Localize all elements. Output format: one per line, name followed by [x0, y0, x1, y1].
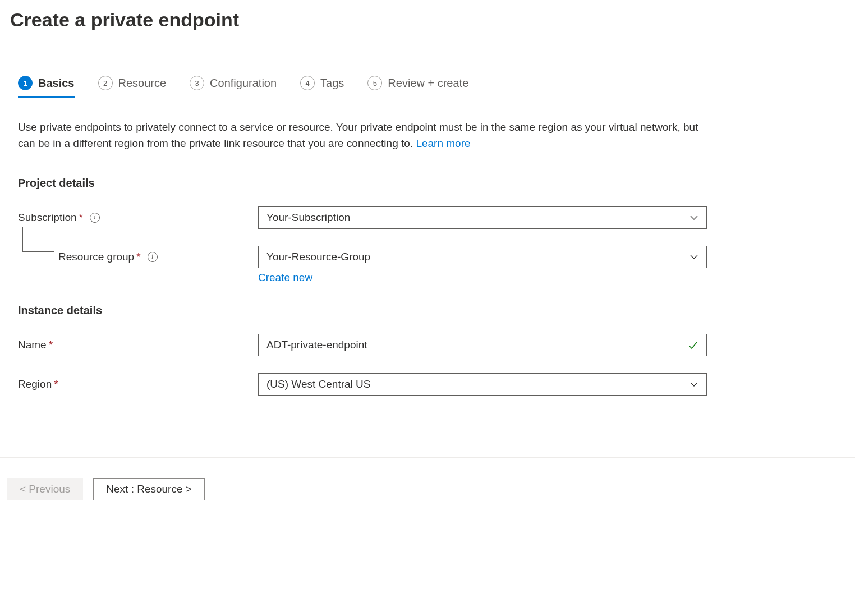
tab-step-number: 1 — [18, 76, 33, 90]
create-new-link[interactable]: Create new — [258, 272, 312, 284]
resource-group-select[interactable]: Your-Resource-Group — [258, 246, 707, 268]
tab-label: Tags — [320, 77, 344, 90]
tab-label: Review + create — [388, 77, 468, 90]
name-control — [258, 334, 707, 356]
tab-label: Basics — [38, 77, 75, 90]
region-label: Region * — [18, 378, 258, 390]
chevron-down-icon — [689, 252, 698, 261]
tab-content: Use private endpoints to privately conne… — [0, 98, 718, 396]
resource-group-control: Your-Resource-Group — [258, 246, 707, 268]
create-new-control: Create new — [258, 272, 700, 284]
checkmark-icon — [687, 339, 698, 351]
resource-group-row: Resource group * i Your-Resource-Group — [18, 246, 700, 268]
name-row: Name * — [18, 334, 700, 356]
region-row: Region * (US) West Central US — [18, 373, 700, 396]
region-value: (US) West Central US — [266, 378, 689, 390]
tab-label: Resource — [118, 77, 167, 90]
region-select[interactable]: (US) West Central US — [258, 373, 707, 396]
label-text: Resource group — [58, 251, 134, 263]
region-control: (US) West Central US — [258, 373, 707, 396]
instance-details-heading: Instance details — [18, 304, 700, 317]
subscription-select[interactable]: Your-Subscription — [258, 206, 707, 229]
page-title: Create a private endpoint — [0, 0, 855, 31]
label-text: Subscription — [18, 212, 77, 224]
required-asterisk: * — [49, 339, 53, 351]
required-asterisk: * — [79, 212, 83, 224]
tab-step-number: 4 — [300, 76, 315, 90]
required-asterisk: * — [54, 378, 58, 390]
label-text: Region — [18, 378, 52, 390]
subscription-value: Your-Subscription — [266, 212, 689, 224]
label-text: Name — [18, 339, 47, 351]
chevron-down-icon — [689, 213, 698, 222]
subscription-control: Your-Subscription — [258, 206, 707, 229]
tab-step-number: 2 — [98, 76, 113, 90]
tab-step-number: 3 — [190, 76, 204, 90]
tab-label: Configuration — [210, 77, 277, 90]
description-body: Use private endpoints to privately conne… — [18, 121, 698, 149]
tab-review-create[interactable]: 5 Review + create — [367, 76, 468, 98]
required-asterisk: * — [136, 251, 140, 263]
footer-bar: < Previous Next : Resource > — [0, 457, 855, 500]
info-icon[interactable]: i — [90, 213, 100, 223]
resource-group-value: Your-Resource-Group — [266, 251, 689, 263]
name-input-wrap — [258, 334, 707, 356]
description-text: Use private endpoints to privately conne… — [18, 119, 700, 152]
next-button[interactable]: Next : Resource > — [93, 478, 205, 500]
tree-connector-icon — [22, 227, 54, 252]
learn-more-link[interactable]: Learn more — [416, 137, 470, 149]
resource-group-label: Resource group * i — [18, 251, 258, 263]
tab-resource[interactable]: 2 Resource — [98, 76, 167, 98]
previous-button: < Previous — [7, 478, 83, 500]
subscription-label: Subscription * i — [18, 212, 258, 224]
tab-step-number: 5 — [367, 76, 382, 90]
name-label: Name * — [18, 339, 258, 351]
wizard-tabs: 1 Basics 2 Resource 3 Configuration 4 Ta… — [0, 31, 855, 98]
name-input[interactable] — [266, 339, 687, 351]
tab-tags[interactable]: 4 Tags — [300, 76, 344, 98]
tab-configuration[interactable]: 3 Configuration — [190, 76, 277, 98]
create-new-row: Create new — [18, 272, 700, 284]
info-icon[interactable]: i — [148, 252, 158, 262]
chevron-down-icon — [689, 380, 698, 389]
project-details-heading: Project details — [18, 177, 700, 190]
subscription-row: Subscription * i Your-Subscription — [18, 206, 700, 229]
tab-basics[interactable]: 1 Basics — [18, 76, 75, 98]
